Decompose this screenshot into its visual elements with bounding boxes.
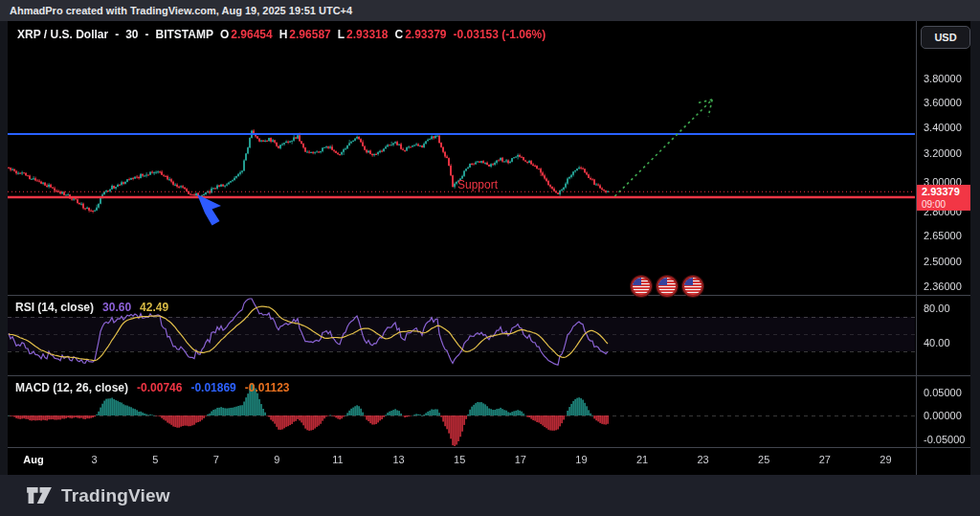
macd-line-value: -0.01869 bbox=[190, 381, 235, 394]
separator: - bbox=[145, 28, 149, 41]
time-axis-label: 3 bbox=[92, 454, 98, 465]
time-axis[interactable]: Aug357911131517192123252729 bbox=[8, 448, 916, 475]
axis-divider bbox=[916, 21, 917, 475]
rsi-ma-value: 42.49 bbox=[140, 301, 168, 314]
interval: 30 bbox=[125, 28, 138, 41]
last-price: 2.93379 bbox=[922, 186, 970, 198]
time-axis-label: Aug bbox=[23, 454, 43, 465]
time-axis-label: 9 bbox=[274, 454, 279, 465]
tradingview-snapshot: AhmadPro created with TradingView.com, A… bbox=[0, 0, 980, 516]
rsi-axis-label: 40.00 bbox=[924, 337, 950, 348]
time-axis-label: 27 bbox=[819, 454, 831, 465]
footer: TradingView bbox=[0, 475, 980, 516]
time-axis-label: 11 bbox=[332, 454, 343, 465]
macd-title: MACD (12, 26, close) bbox=[15, 381, 128, 394]
time-axis-label: 13 bbox=[392, 454, 404, 465]
macd-legend[interactable]: MACD (12, 26, close) -0.00746 -0.01869 -… bbox=[15, 381, 290, 394]
attribution-bar: AhmadPro created with TradingView.com, A… bbox=[0, 0, 980, 21]
macd-axis-label: -0.05000 bbox=[924, 434, 965, 445]
price-axis-label: 2.50000 bbox=[924, 256, 962, 267]
chart-canvas[interactable] bbox=[0, 0, 980, 516]
time-axis-label: 5 bbox=[152, 454, 158, 465]
time-axis-label: 25 bbox=[758, 454, 769, 465]
cursor-arrow-drawing[interactable] bbox=[193, 192, 228, 231]
us-flag-sticker-icon[interactable] bbox=[682, 276, 703, 297]
panel-divider[interactable] bbox=[8, 295, 970, 296]
tradingview-logo-icon[interactable] bbox=[27, 485, 53, 505]
high-value: H2.96587 bbox=[279, 28, 331, 41]
attribution-text: AhmadPro created with TradingView.com, A… bbox=[10, 5, 352, 16]
rsi-axis-label: 80.00 bbox=[924, 303, 950, 314]
price-axis-label: 3.40000 bbox=[924, 122, 962, 133]
price-axis-label: 2.36000 bbox=[924, 280, 962, 292]
us-flag-sticker-icon[interactable] bbox=[631, 276, 652, 297]
close-value: C2.93379 bbox=[394, 28, 446, 41]
time-axis-label: 19 bbox=[575, 454, 587, 465]
time-axis-label: 29 bbox=[880, 454, 891, 465]
last-price-badge: 2.93379 09:00 bbox=[917, 185, 970, 211]
rsi-value: 30.60 bbox=[102, 301, 131, 314]
price-axis-label: 3.80000 bbox=[924, 73, 962, 84]
macd-histogram-value: -0.00746 bbox=[137, 381, 182, 394]
rsi-legend[interactable]: RSI (14, close) 30.60 42.49 bbox=[15, 301, 168, 314]
symbol-title: XRP / U.S. Dollar bbox=[17, 28, 108, 41]
panel-divider[interactable] bbox=[8, 375, 970, 376]
symbol-legend[interactable]: XRP / U.S. Dollar - 30 - BITSTAMP O2.964… bbox=[17, 28, 546, 41]
time-axis-label: 15 bbox=[454, 454, 465, 465]
currency-toggle-button[interactable]: USD bbox=[921, 26, 970, 49]
price-axis-label: 3.60000 bbox=[924, 97, 962, 108]
separator: - bbox=[115, 28, 119, 41]
open-value: O2.96454 bbox=[220, 28, 273, 41]
change-value: -0.03153 (-1.06%) bbox=[454, 28, 546, 41]
us-flag-sticker-icon[interactable] bbox=[657, 276, 678, 297]
macd-signal-value: -0.01123 bbox=[245, 381, 290, 394]
rsi-title: RSI (14, close) bbox=[15, 301, 94, 314]
price-axis-label: 2.65000 bbox=[924, 230, 962, 241]
low-value: L2.93318 bbox=[338, 28, 389, 41]
last-price-time: 09:00 bbox=[922, 198, 970, 211]
macd-axis-label: 0.00000 bbox=[924, 410, 962, 421]
brand-name[interactable]: TradingView bbox=[61, 485, 170, 506]
exchange: BITSTAMP bbox=[156, 28, 213, 41]
time-axis-label: 7 bbox=[213, 454, 219, 465]
time-axis-label: 21 bbox=[636, 454, 648, 465]
macd-axis-label: 0.05000 bbox=[924, 387, 962, 398]
time-axis-label: 17 bbox=[515, 454, 526, 465]
time-axis-label: 23 bbox=[697, 454, 708, 465]
price-axis-label: 3.20000 bbox=[924, 147, 962, 159]
support-label[interactable]: Support bbox=[457, 178, 498, 191]
